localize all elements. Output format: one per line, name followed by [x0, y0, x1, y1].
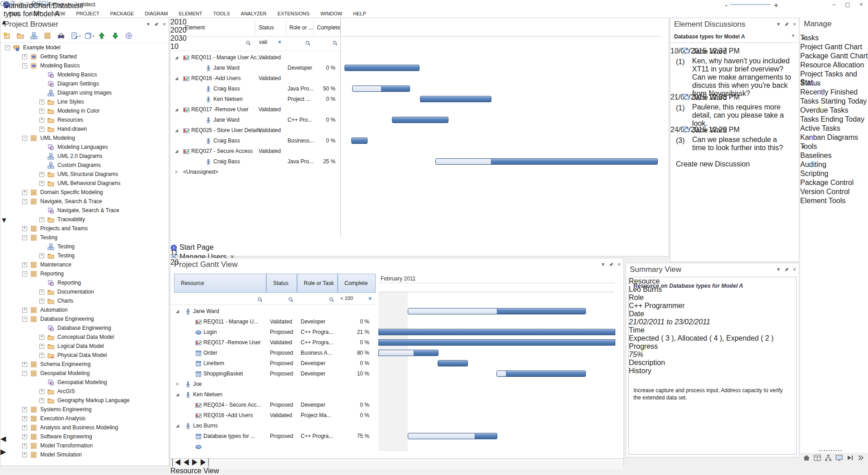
- tree-item-schema-engineering[interactable]: +Schema Engineering: [0, 360, 161, 369]
- discussion-thread[interactable]: Jane Ward24/09/2015 12:29 PM(3)Can we pl…: [670, 126, 799, 134]
- more-icon[interactable]: [857, 454, 865, 462]
- row-expander-open[interactable]: [175, 129, 178, 132]
- tree-expander-expand[interactable]: +: [39, 118, 44, 123]
- menu-extensions[interactable]: EXTENSIONS: [272, 10, 315, 18]
- column-header-element[interactable]: Element: [185, 24, 205, 31]
- thread-expander[interactable]: [675, 95, 678, 98]
- gantt-row-ken-nielsen[interactable]: Ken NielsenProject ...0 %: [170, 94, 340, 104]
- move-up-icon[interactable]: [98, 32, 106, 40]
- tree-expander-expand[interactable]: +: [22, 190, 27, 195]
- tree-item-testing[interactable]: Testing: [0, 242, 161, 251]
- summary-bar[interactable]: [408, 424, 614, 427]
- new-element-icon[interactable]: [44, 32, 52, 40]
- element-filter[interactable]: [245, 40, 252, 46]
- menu-tools[interactable]: TOOLS: [208, 10, 235, 18]
- tree-item-reporting[interactable]: −Reporting: [0, 269, 161, 278]
- task-bar[interactable]: [496, 370, 586, 377]
- tree-item-geospatial-modeling[interactable]: Geospatial Modeling: [0, 378, 161, 387]
- gantt-row-lineitem[interactable]: LineItemProposedDeveloper0 %: [170, 358, 376, 369]
- tree-expander-expand[interactable]: +: [22, 416, 27, 421]
- tree-expander-collapse[interactable]: −: [22, 235, 27, 240]
- row-expander-open[interactable]: [176, 310, 179, 313]
- row-expander-open[interactable]: [176, 393, 179, 396]
- manage-item-baselines[interactable]: Baselines: [800, 152, 868, 161]
- tree-item-geography-markup-language[interactable]: +Geography Markup Language: [0, 396, 161, 405]
- tab-start-page[interactable]: Start Page: [170, 243, 669, 253]
- tree-item-uml-structural-diagrams[interactable]: +UML Structural Diagrams: [0, 170, 161, 179]
- status-filter-value[interactable]: vali: [259, 39, 267, 45]
- tree-item-geospatial-modeling[interactable]: −Geospatial Modeling: [0, 369, 161, 378]
- new-package-icon[interactable]: [17, 32, 25, 40]
- tree-item-model-transformation[interactable]: +Model Transformation: [0, 441, 161, 450]
- row-expander-closed[interactable]: [176, 382, 179, 386]
- row-expander-closed[interactable]: [175, 170, 178, 174]
- tree-expander-collapse[interactable]: −: [22, 271, 27, 276]
- home-icon[interactable]: [803, 454, 811, 462]
- section-expander-closed[interactable]: [802, 180, 804, 184]
- tree-item-diagram-using-images[interactable]: Diagram using Images: [0, 88, 161, 97]
- task-bar[interactable]: [392, 117, 448, 123]
- row-expander-open[interactable]: [175, 56, 178, 59]
- task-bar[interactable]: [344, 65, 420, 71]
- tree-item-conceptual-data-model[interactable]: +Conceptual Data Model: [0, 332, 161, 342]
- manage-item-active-tasks[interactable]: Active Tasks: [800, 124, 868, 133]
- summary-bar[interactable]: [350, 128, 367, 130]
- role-filter[interactable]: [305, 40, 311, 46]
- tree-expander-expand[interactable]: +: [22, 54, 27, 59]
- task-bar[interactable]: [408, 433, 497, 439]
- manage-section-tasks[interactable]: Tasks: [800, 34, 868, 43]
- close-button[interactable]: ×: [854, 0, 868, 9]
- tree-item-database-engineering[interactable]: −Database Engineering: [0, 314, 161, 323]
- find-in-browser-icon[interactable]: [57, 32, 66, 40]
- tree-item-domain-specific-modeling[interactable]: +Domain Specific Modeling: [0, 188, 161, 197]
- zoom-in-button[interactable]: +: [774, 1, 778, 10]
- pin-icon[interactable]: [784, 22, 789, 27]
- tree-expander-expand[interactable]: +: [39, 172, 44, 177]
- manage-item-tasks-starting-today[interactable]: Tasks Starting Today: [800, 97, 868, 106]
- tree-expander-expand[interactable]: +: [39, 290, 44, 294]
- task-bar[interactable]: [378, 350, 439, 356]
- tree-expander-expand[interactable]: +: [39, 109, 44, 114]
- zoom-slider-thumb[interactable]: [732, 2, 733, 7]
- tree-expander-expand[interactable]: +: [22, 434, 27, 439]
- tree-expander-expand[interactable]: +: [39, 100, 44, 104]
- gantt-row-login[interactable]: LoginProposedC++ Progra...21 %: [170, 327, 376, 337]
- new-diagram-icon[interactable]: [30, 32, 38, 40]
- task-bar[interactable]: [438, 360, 468, 366]
- task-bar[interactable]: [378, 329, 615, 335]
- gantt-row-jane-ward[interactable]: Jane WardDeveloper0 %: [170, 63, 340, 73]
- gantt-row-craig-bass[interactable]: Craig BassJava Pro...25 %: [170, 157, 340, 167]
- section-expander-open[interactable]: [801, 81, 804, 85]
- tree-expander-expand[interactable]: +: [39, 127, 44, 132]
- tree-item-resources[interactable]: +Resources: [0, 115, 161, 124]
- discussion-thread[interactable]: Jane Ward10/09/2015 12:37 PM(1)Ken, why …: [670, 47, 799, 55]
- gantt-row-req025-store-user-details[interactable]: REQ025 - Store User DetailsValidated: [170, 125, 340, 136]
- tree-expander-expand[interactable]: +: [22, 425, 27, 430]
- manage-item-resource-allocation[interactable]: Resource Allocation: [800, 61, 868, 70]
- task-bar[interactable]: [435, 158, 658, 165]
- tree-item-modeling-basics[interactable]: Modeling Basics: [0, 70, 161, 79]
- move-down-icon[interactable]: [112, 32, 120, 40]
- edit-dropdown-icon[interactable]: ▾: [71, 32, 82, 40]
- layout-icon[interactable]: [814, 454, 822, 462]
- tree-expander-expand[interactable]: +: [39, 217, 44, 222]
- play-next-icon[interactable]: [846, 454, 854, 462]
- tree-expander-collapse[interactable]: −: [22, 136, 27, 141]
- manage-item-tasks-ending-today[interactable]: Tasks Ending Today: [800, 115, 868, 124]
- sitemap-icon[interactable]: [825, 454, 833, 462]
- zoom-out-button[interactable]: -: [725, 1, 727, 10]
- gantt-row-jane-ward[interactable]: Jane Ward: [170, 306, 376, 317]
- task-bar[interactable]: [408, 308, 586, 314]
- gantt-row-req011-manage-user-ac-[interactable]: REQ011 - Manage User Ac...Validated: [170, 52, 340, 63]
- gantt-row-ken-nielsen[interactable]: Ken Nielsen: [170, 390, 376, 400]
- manage-section-package-control[interactable]: Package Control: [800, 179, 868, 188]
- gantt-row-shoppingbasket[interactable]: ShoppingBasketProposedDeveloper10 %: [170, 369, 376, 379]
- tree-item-execution-analysis[interactable]: +Execution Analysis: [0, 414, 161, 423]
- summary-bar[interactable]: [378, 320, 614, 323]
- tree-expander-expand[interactable]: +: [39, 181, 44, 186]
- summary-bar[interactable]: [344, 55, 419, 57]
- row-expander-open[interactable]: [175, 150, 178, 153]
- gantt-row-leo-burns[interactable]: Leo Burns: [170, 421, 376, 431]
- gantt-row-database-types-for-[interactable]: Database types for ...ProposedC++ Progra…: [170, 431, 376, 442]
- tree-item-hand-drawn[interactable]: +Hand-drawn: [0, 124, 161, 133]
